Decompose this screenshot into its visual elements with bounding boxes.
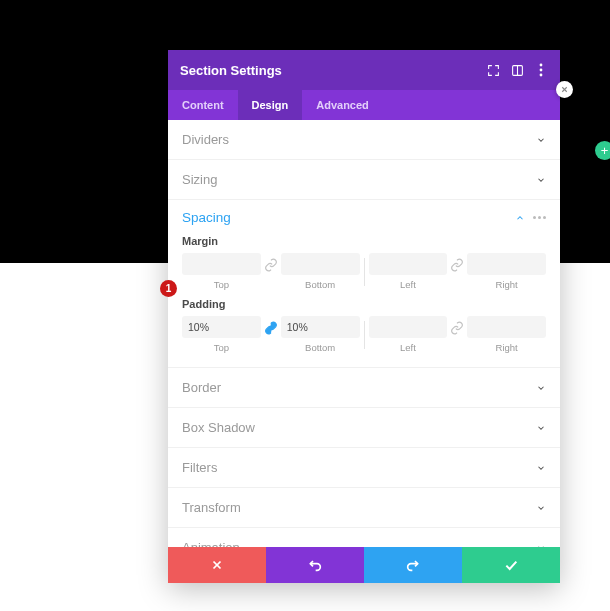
margin-left-input[interactable] (369, 253, 448, 275)
padding-inputs: Top Bottom Left Right (182, 316, 546, 353)
padding-label: Padding (182, 298, 546, 310)
margin-right-sub: Right (467, 279, 546, 290)
separator (364, 321, 365, 349)
callout-badge-1: 1 (160, 280, 177, 297)
chevron-down-icon (536, 135, 546, 145)
link-icon[interactable] (261, 258, 281, 272)
padding-right-input[interactable] (467, 316, 546, 338)
svg-point-2 (540, 64, 543, 67)
redo-button[interactable] (364, 547, 462, 583)
row-filters[interactable]: Filters (168, 448, 560, 488)
padding-bottom-input[interactable] (281, 316, 360, 338)
panel-header: Section Settings (168, 50, 560, 90)
row-label: Box Shadow (182, 420, 255, 435)
expand-icon[interactable] (486, 63, 500, 77)
separator (364, 258, 365, 286)
padding-left-input[interactable] (369, 316, 448, 338)
margin-left-sub: Left (369, 279, 448, 290)
tab-design[interactable]: Design (238, 90, 303, 120)
row-label: Filters (182, 460, 217, 475)
chevron-up-icon (515, 213, 525, 223)
section-settings-panel: Section Settings Content Design Advanced… (168, 50, 560, 583)
row-label: Sizing (182, 172, 217, 187)
margin-bottom-sub: Bottom (281, 279, 360, 290)
row-label: Border (182, 380, 221, 395)
close-icon[interactable] (556, 81, 573, 98)
section-spacing-header[interactable]: Spacing (182, 210, 546, 225)
row-sizing[interactable]: Sizing (168, 160, 560, 200)
chevron-down-icon (536, 423, 546, 433)
padding-left-sub: Left (369, 342, 448, 353)
margin-top-input[interactable] (182, 253, 261, 275)
margin-top-sub: Top (182, 279, 261, 290)
svg-point-3 (540, 69, 543, 72)
undo-button[interactable] (266, 547, 364, 583)
row-dividers[interactable]: Dividers (168, 120, 560, 160)
chevron-down-icon (536, 503, 546, 513)
more-icon[interactable] (533, 216, 546, 219)
margin-label: Margin (182, 235, 546, 247)
row-label: Animation (182, 540, 240, 547)
padding-top-sub: Top (182, 342, 261, 353)
columns-icon[interactable] (510, 63, 524, 77)
chevron-down-icon (536, 463, 546, 473)
row-label: Dividers (182, 132, 229, 147)
page-root: Section Settings Content Design Advanced… (0, 0, 610, 611)
padding-top-input[interactable] (182, 316, 261, 338)
confirm-button[interactable] (462, 547, 560, 583)
svg-point-4 (540, 74, 543, 77)
row-box-shadow[interactable]: Box Shadow (168, 408, 560, 448)
padding-right-sub: Right (467, 342, 546, 353)
chevron-down-icon (536, 175, 546, 185)
tab-advanced[interactable]: Advanced (302, 90, 383, 120)
row-animation[interactable]: Animation (168, 528, 560, 547)
panel-title: Section Settings (180, 63, 282, 78)
margin-inputs: Top Bottom Left Right (182, 253, 546, 290)
panel-footer (168, 547, 560, 583)
margin-right-input[interactable] (467, 253, 546, 275)
margin-bottom-input[interactable] (281, 253, 360, 275)
row-border[interactable]: Border (168, 368, 560, 408)
panel-header-actions (486, 63, 548, 77)
add-button[interactable]: + (595, 141, 610, 160)
link-icon[interactable] (447, 258, 467, 272)
menu-icon[interactable] (534, 63, 548, 77)
tab-content[interactable]: Content (168, 90, 238, 120)
link-icon[interactable] (447, 321, 467, 335)
cancel-button[interactable] (168, 547, 266, 583)
row-label: Transform (182, 500, 241, 515)
panel-body: Dividers Sizing Spacing Margin (168, 120, 560, 547)
link-icon[interactable] (261, 321, 281, 335)
padding-bottom-sub: Bottom (281, 342, 360, 353)
row-transform[interactable]: Transform (168, 488, 560, 528)
row-label: Spacing (182, 210, 231, 225)
tab-bar: Content Design Advanced (168, 90, 560, 120)
section-spacing: Spacing Margin Top Bottom Left (168, 200, 560, 368)
chevron-down-icon (536, 383, 546, 393)
